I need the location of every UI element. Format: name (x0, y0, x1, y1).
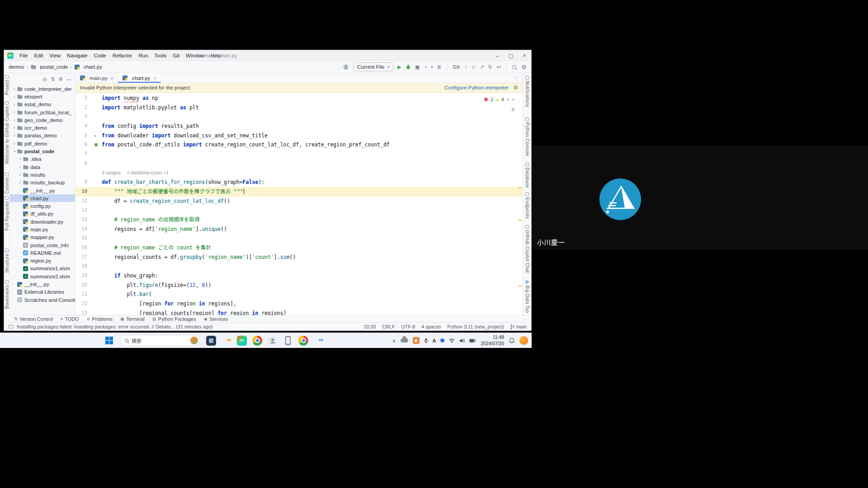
inspections-widget[interactable]: 2 ▲ 4 ∧ ∨ (484, 95, 514, 104)
profiler-icon[interactable]: ▣ (415, 64, 420, 70)
taskbar-search[interactable]: 検索 (120, 335, 200, 346)
status-dot-icon[interactable] (438, 333, 447, 348)
notification-bell-icon[interactable] (507, 333, 517, 348)
maximize-button[interactable]: ▢ (504, 50, 518, 61)
taskbar-widgets-dark[interactable] (203, 333, 219, 348)
run-button[interactable]: ▶ (397, 64, 401, 70)
tool-button-pull-requests[interactable]: Pull Requests (4, 196, 9, 231)
tree-item-chart-py[interactable]: chart.py (10, 194, 75, 202)
tool-button-big-data-too[interactable]: DBig Data Too (523, 279, 531, 313)
minimize-button[interactable]: – (491, 50, 504, 61)
settings-icon[interactable]: ⚙ (58, 76, 63, 82)
tree-item-estat-demo[interactable]: ›estat_demo (10, 101, 75, 108)
menu-item-file[interactable]: File (16, 53, 31, 58)
taskbar-folder-blue[interactable] (311, 333, 326, 348)
locate-file-icon[interactable]: ◎ (42, 76, 47, 82)
editor-menu-icon[interactable]: ≣ (511, 105, 514, 115)
tree-item-geo-code-demo[interactable]: ›geo_code_demo (10, 116, 75, 124)
volume-icon[interactable] (457, 333, 467, 348)
configure-interpreter-link[interactable]: Configure Python interpreter (444, 85, 509, 90)
tree-item-init-py[interactable]: __init__.py (10, 280, 75, 288)
tree-item-region-py[interactable]: region.py (10, 257, 75, 265)
tree-item-summarize2-xlsm[interactable]: xsummarize2.xlsm (10, 272, 75, 280)
tree-item-postal-code-info[interactable]: postal_code_info (10, 241, 75, 249)
code-line-7[interactable]: 7 (75, 150, 523, 159)
tree-item-ocr-demo[interactable]: ›ocr_demo (10, 124, 75, 131)
close-icon[interactable]: × (153, 75, 156, 81)
ime-indicator[interactable]: A (430, 333, 439, 348)
tray-app-badge-icon[interactable] (410, 333, 422, 348)
status-crlf[interactable]: CRLF (382, 324, 395, 329)
toolwindow-version-control[interactable]: ⇅Version Control (14, 316, 53, 322)
tree-item-df-utils-py[interactable]: df_utils.py (10, 210, 75, 218)
close-button[interactable]: × (518, 50, 531, 61)
menu-item-code[interactable]: Code (90, 53, 109, 58)
settings-gear-icon[interactable]: ⚙ (521, 64, 527, 70)
search-highlight-image[interactable] (190, 337, 198, 344)
inlay-hint[interactable]: 3 usages≡ kbrahma-ryzen +1 (102, 169, 169, 178)
code-line-14[interactable]: 14 regions = df['region_name'].unique() (75, 225, 523, 234)
code-line-18[interactable]: 18 (75, 262, 523, 271)
toolwindow-toggle-icon[interactable] (9, 325, 13, 328)
more-tabs-icon[interactable]: ⋮ (510, 73, 523, 83)
code-line-5[interactable]: 5▸from downloader import download_csv_an… (75, 131, 523, 141)
tree-item-main-py[interactable]: main.py (10, 225, 75, 233)
search-everywhere-icon[interactable] (512, 65, 516, 69)
toolwindow-todo[interactable]: ≡TODO (61, 316, 79, 322)
code-line-17[interactable]: 17 regional_counts = df.groupby('region_… (75, 253, 523, 262)
tree-item-results[interactable]: ›results (10, 171, 75, 178)
tool-button-bookmarks[interactable]: Bookmarks (4, 280, 9, 309)
taskbar-assistant[interactable] (265, 333, 280, 348)
start-button[interactable] (101, 333, 117, 348)
tree-item-pandas-demo[interactable]: ›pandas_demo (10, 132, 75, 140)
status-main[interactable]: main (510, 324, 527, 329)
tree-item-external-libraries[interactable]: External Libraries (10, 288, 75, 296)
menu-item-view[interactable]: View (46, 53, 64, 58)
tree-item-scratches-and-consoles[interactable]: Scratches and Consoles (10, 296, 75, 304)
tool-button-commit[interactable]: Commit (4, 173, 9, 194)
breadcrumb-demos[interactable]: demos (9, 64, 24, 70)
tree-item-forum-pc5bai-local[interactable]: ›forum_pc5bai_local_ (10, 108, 75, 116)
mic-icon[interactable] (422, 333, 430, 348)
code-line-23[interactable]: 23 [regional_counts[region] for region i… (75, 309, 523, 315)
taskbar-pycharm[interactable]: PC (234, 333, 250, 348)
toolwindow-python-packages[interactable]: ▤Python Packages (152, 316, 196, 322)
usages-hint[interactable]: 3 usages (102, 170, 121, 175)
code-line-10[interactable]: 10 """ 地域ごとの郵便番号の件数を棒グラフで表示 """ (75, 187, 523, 197)
code-line-21[interactable]: 21 plt.bar( (75, 290, 523, 299)
tree-item-mapper-py[interactable]: mapper.py (10, 234, 75, 241)
hide-panel-icon[interactable]: — (66, 76, 71, 82)
tab-main-py[interactable]: main.py× (75, 73, 118, 83)
status-10-33[interactable]: 10:33 (363, 324, 376, 329)
orange-app-icon[interactable] (519, 336, 528, 345)
breadcrumb-chart-py[interactable]: chart.py (74, 64, 102, 70)
git-push-icon[interactable]: ↗ (480, 64, 484, 70)
taskbar-chrome2[interactable] (296, 333, 311, 348)
code-line-8[interactable]: 8 (75, 159, 523, 169)
code-line-12[interactable]: 12 (75, 206, 523, 215)
git-commit-icon[interactable]: ✓ (472, 64, 476, 70)
more-run-actions-icon[interactable]: ▾ (431, 65, 433, 69)
tree-item-pdf-demo[interactable]: ›pdf_demo (10, 140, 75, 147)
tool-button-github-copilot-chat[interactable]: GitHub Copilot Chat (523, 225, 531, 273)
git-rollback-icon[interactable]: ↩ (497, 64, 501, 70)
code-line-3[interactable]: 3 (75, 112, 523, 122)
expand-collapse-icon[interactable]: ⇅ (51, 76, 55, 82)
tool-button-structure[interactable]: Structure (4, 249, 9, 273)
toolwindow-problems[interactable]: ⊘Problems (86, 316, 113, 322)
code-line-20[interactable]: 20 plt.figure(figsize=(12, 8)) (75, 281, 523, 290)
more-actions-icon[interactable]: ≣ (437, 64, 442, 70)
taskbar-phone[interactable] (280, 333, 296, 348)
wifi-icon[interactable] (447, 333, 457, 348)
scrollbar-warning-mark[interactable] (519, 220, 522, 221)
taskbar-chrome[interactable] (250, 333, 265, 348)
toolwindow-terminal[interactable]: ▣Terminal (120, 316, 145, 322)
tool-button-endpoints[interactable]: Endpoints (523, 192, 531, 219)
code-line-1[interactable]: 1import numpy as np (75, 94, 523, 103)
prev-problem-icon[interactable]: ∧ (507, 95, 509, 104)
tree-item-readme-md[interactable]: MREADME.md (10, 249, 75, 257)
tool-button-database[interactable]: Database (523, 163, 531, 188)
tree-item-init-py[interactable]: __init__.py (10, 187, 75, 194)
tool-button-notifications[interactable]: Notifications (523, 76, 531, 107)
next-problem-icon[interactable]: ∨ (512, 95, 514, 104)
